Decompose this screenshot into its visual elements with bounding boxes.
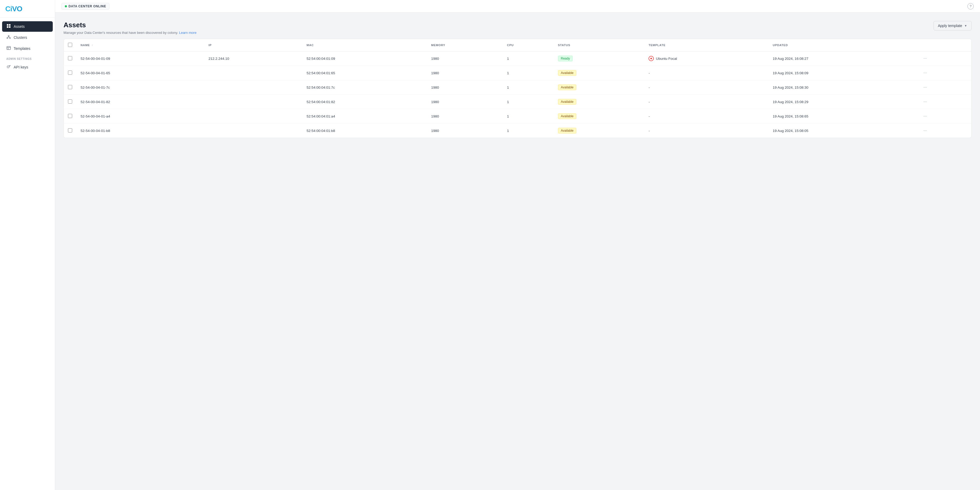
ubuntu-icon [649,56,654,61]
subtitle-text: Manage your Data Center's resources that… [64,31,178,35]
row-ip [204,124,302,138]
sidebar-item-clusters[interactable]: Clusters [2,32,53,43]
page-title: Assets [64,21,197,29]
table-row: 52-54-00-04-01-7c 52:54:00:04:01:7c 1980… [64,80,971,95]
row-memory: 1980 [427,66,503,80]
chevron-down-icon: ▼ [964,24,967,27]
row-checkbox[interactable] [68,56,72,60]
row-updated: 19 Aug 2024, 16:08:27 [768,51,917,66]
row-memory: 1980 [427,80,503,95]
table-header: NAME ↑ IP MAC MEMORY CPU STATUS TEMPLATE… [64,39,971,51]
apply-template-button[interactable]: Apply template ▼ [934,21,972,30]
logo-area: CiVO [0,0,55,17]
row-status: Available [554,66,644,80]
row-name: 52-54-00-04-01-a4 [76,109,204,124]
row-select-cell [64,95,76,109]
col-name: NAME ↑ [76,39,204,51]
row-ip [204,80,302,95]
template-name: - [649,71,650,75]
table-row: 52-54-00-04-01-09 212.2.244.10 52:54:00:… [64,51,971,66]
row-template: Ubuntu Focal [644,51,768,66]
more-options-button[interactable]: ··· [921,98,929,105]
online-dot [65,5,67,7]
row-template: - [644,66,768,80]
row-template: - [644,95,768,109]
clusters-icon [6,35,11,40]
assets-icon [6,24,11,29]
templates-icon [6,46,11,51]
sidebar-item-templates[interactable]: Templates [2,43,53,54]
row-ip [204,109,302,124]
status-badge: Available [558,70,576,76]
row-mac: 52:54:00:04:01:82 [302,95,427,109]
row-select-cell [64,51,76,66]
template-name: - [649,114,650,118]
row-actions: ··· [917,95,971,109]
row-select-cell [64,66,76,80]
more-options-button[interactable]: ··· [921,127,929,134]
row-ip: 212.2.244.10 [204,51,302,66]
more-options-button[interactable]: ··· [921,70,929,76]
more-options-button[interactable]: ··· [921,84,929,90]
svg-point-12 [7,66,9,68]
row-cpu: 1 [503,80,554,95]
more-options-button[interactable]: ··· [921,55,929,62]
sidebar-item-api-keys-label: API keys [14,65,28,69]
row-cpu: 1 [503,95,554,109]
row-mac: 52:54:00:04:01:09 [302,51,427,66]
template-name: - [649,86,650,89]
row-checkbox[interactable] [68,100,72,104]
row-checkbox[interactable] [68,114,72,118]
row-cpu: 1 [503,51,554,66]
col-mac: MAC [302,39,427,51]
sidebar-item-assets-label: Assets [14,24,25,29]
row-memory: 1980 [427,51,503,66]
row-checkbox[interactable] [68,85,72,89]
row-mac: 52:54:00:04:01:65 [302,66,427,80]
row-actions: ··· [917,109,971,124]
row-mac: 52:54:00:04:01:b8 [302,124,427,138]
datacenter-status-badge: DATA CENTER ONLINE [61,3,110,10]
admin-section-label: ADMIN SETTINGS [0,54,55,61]
help-icon: ? [969,4,971,8]
row-status: Available [554,95,644,109]
row-actions: ··· [917,124,971,138]
sidebar-nav: Assets Clusters Templates ADMIN SETTINGS… [0,17,55,490]
row-updated: 19 Aug 2024, 15:08:05 [768,124,917,138]
row-template: - [644,124,768,138]
row-select-cell [64,109,76,124]
col-cpu: CPU [503,39,554,51]
svg-point-6 [10,38,11,38]
template-name: Ubuntu Focal [656,57,677,60]
main-area: DATA CENTER ONLINE ? Assets Manage your … [55,0,980,490]
row-actions: ··· [917,51,971,66]
table-header-row: NAME ↑ IP MAC MEMORY CPU STATUS TEMPLATE… [64,39,971,51]
page-header: Assets Manage your Data Center's resourc… [64,21,972,35]
row-checkbox[interactable] [68,128,72,132]
row-cpu: 1 [503,66,554,80]
row-template: - [644,109,768,124]
sidebar: CiVO Assets Clusters Templates ADMIN SET… [0,0,55,490]
row-memory: 1980 [427,95,503,109]
status-badge: Available [558,128,576,133]
sidebar-item-api-keys[interactable]: API keys [2,62,53,72]
row-template: - [644,80,768,95]
col-template: TEMPLATE [644,39,768,51]
row-cpu: 1 [503,109,554,124]
help-button[interactable]: ? [967,3,974,10]
table-row: 52-54-00-04-01-82 52:54:00:04:01:82 1980… [64,95,971,109]
row-checkbox[interactable] [68,71,72,75]
table-body: 52-54-00-04-01-09 212.2.244.10 52:54:00:… [64,51,971,138]
select-all-checkbox[interactable] [68,43,72,47]
svg-rect-0 [7,24,8,26]
row-ip [204,95,302,109]
assets-table: NAME ↑ IP MAC MEMORY CPU STATUS TEMPLATE… [64,39,971,138]
row-name: 52-54-00-04-01-09 [76,51,204,66]
more-options-button[interactable]: ··· [921,113,929,119]
api-keys-icon [6,65,11,70]
sidebar-item-assets[interactable]: Assets [2,21,53,32]
learn-more-link[interactable]: Learn more [179,31,196,35]
svg-point-4 [8,35,9,36]
table-row: 52-54-00-04-01-65 52:54:00:04:01:65 1980… [64,66,971,80]
col-actions [917,39,971,51]
